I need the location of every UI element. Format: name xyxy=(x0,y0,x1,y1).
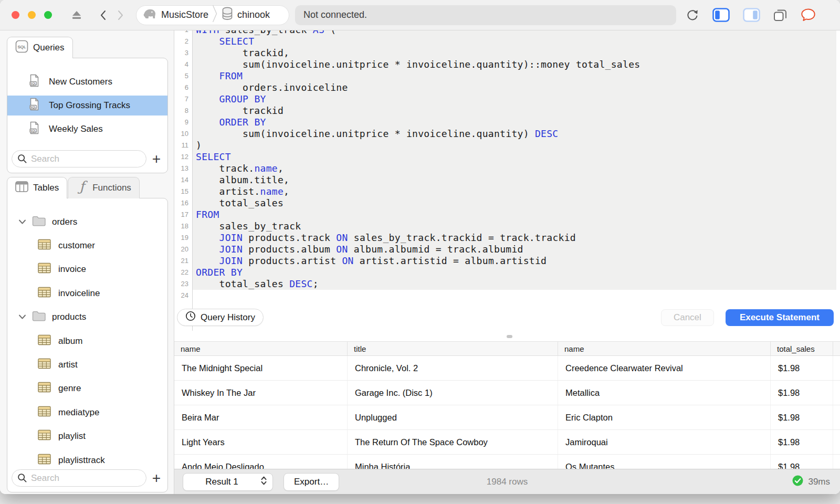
table-icon xyxy=(38,382,51,395)
scrollbar-gutter xyxy=(833,455,840,469)
chevron-down-icon[interactable] xyxy=(18,312,26,322)
query-item-top-grossing-tracks[interactable]: SQLTop Grossing Tracks xyxy=(7,96,167,116)
close-window-button[interactable] xyxy=(12,11,19,19)
code-line: sum(invoiceline.unitprice * invoiceline.… xyxy=(193,128,836,140)
line-number: 6 xyxy=(174,82,192,93)
query-item-label: Weekly Sales xyxy=(49,124,103,134)
line-number: 17 xyxy=(174,209,192,220)
export-button[interactable]: Export… xyxy=(284,473,339,491)
toggle-left-sidebar-icon[interactable] xyxy=(712,8,730,22)
tables-search-input[interactable] xyxy=(12,469,146,487)
tree-item-mediatype[interactable]: mediatype xyxy=(7,401,167,424)
tree-item-orders[interactable]: orders xyxy=(7,210,167,234)
result-selector[interactable]: Result 1 xyxy=(183,473,273,491)
add-table-button[interactable]: + xyxy=(149,469,164,487)
function-icon: ƒ xyxy=(76,180,88,197)
execute-statement-button[interactable]: Execute Statement xyxy=(726,309,834,326)
tree-item-invoiceline[interactable]: invoiceline xyxy=(7,281,167,305)
result-cell[interactable]: Ando Meio Desligado xyxy=(174,455,348,469)
zoom-window-button[interactable] xyxy=(44,11,52,19)
queries-search-input[interactable] xyxy=(12,150,146,167)
tree-item-label: invoice xyxy=(58,264,86,275)
column-header-title[interactable]: title xyxy=(348,342,558,355)
tree-item-album[interactable]: album xyxy=(7,329,167,353)
cancel-button[interactable]: Cancel xyxy=(661,309,714,326)
breadcrumb-database[interactable]: chinook xyxy=(221,6,270,24)
result-cell[interactable]: $1.98 xyxy=(771,356,833,380)
search-icon xyxy=(17,473,27,485)
tree-item-label: customer xyxy=(58,240,95,251)
breadcrumb-server[interactable]: MusicStore xyxy=(143,7,208,23)
tree-item-customer[interactable]: customer xyxy=(7,234,167,257)
folder-icon xyxy=(32,310,46,324)
result-cell[interactable]: Light Years xyxy=(174,430,348,454)
query-item-weekly-sales[interactable]: SQLWeekly Sales xyxy=(7,119,167,139)
tree-item-genre[interactable]: genre xyxy=(7,377,167,401)
tab-queries[interactable]: SQL Queries xyxy=(7,37,73,58)
result-cell[interactable]: The Midnight Special xyxy=(174,356,348,380)
toggle-right-sidebar-icon[interactable] xyxy=(743,8,760,22)
table-row: The Midnight SpecialChronicle, Vol. 2Cre… xyxy=(174,356,840,381)
add-query-button[interactable]: + xyxy=(149,150,164,167)
query-history-label: Query History xyxy=(201,312,255,323)
sql-file-icon: SQL xyxy=(29,98,40,113)
divider-drag-handle[interactable] xyxy=(507,335,512,338)
column-header-total-sales[interactable]: total_sales xyxy=(771,342,833,355)
disconnect-eject-icon[interactable] xyxy=(71,9,82,20)
chevron-down-icon[interactable] xyxy=(18,217,26,227)
result-cell[interactable]: Unplugged xyxy=(348,405,558,429)
result-cell[interactable]: Minha História xyxy=(348,455,558,469)
result-cell[interactable]: $1.98 xyxy=(771,455,833,469)
line-number: 2 xyxy=(174,36,192,47)
result-cell[interactable]: Beira Mar xyxy=(174,405,348,429)
forward-button[interactable] xyxy=(117,9,124,21)
tab-functions[interactable]: ƒ Functions xyxy=(68,177,140,198)
result-cell[interactable]: Creedence Clearwater Revival xyxy=(558,356,771,380)
titlebar-actions xyxy=(685,8,816,22)
result-cell[interactable]: $1.98 xyxy=(771,381,833,405)
feedback-chat-icon[interactable] xyxy=(801,8,816,22)
content-area: 123456789101112131415161718192021222324 … xyxy=(174,30,840,494)
result-cell[interactable]: Garage Inc. (Disc 1) xyxy=(348,381,558,405)
result-cell[interactable]: Eric Clapton xyxy=(558,405,771,429)
result-cell[interactable]: Metallica xyxy=(558,381,771,405)
tree-item-playlist[interactable]: playlist xyxy=(7,425,167,448)
result-cell[interactable]: Chronicle, Vol. 2 xyxy=(348,356,558,380)
column-header-name[interactable]: name xyxy=(174,342,348,355)
execution-status: 39ms xyxy=(792,475,830,489)
tree-item-invoice[interactable]: invoice xyxy=(7,258,167,281)
tree-item-label: album xyxy=(58,336,82,346)
query-item-new-customers[interactable]: SQLNew Customers xyxy=(7,72,167,92)
result-cell[interactable]: The Return Of The Space Cowboy xyxy=(348,430,558,454)
query-history-button[interactable]: Query History xyxy=(177,309,264,326)
line-number-gutter: 123456789101112131415161718192021222324 xyxy=(174,30,193,331)
refresh-icon[interactable] xyxy=(685,8,699,22)
minimize-window-button[interactable] xyxy=(28,11,36,19)
result-cell[interactable]: Os Mutantes xyxy=(558,455,771,469)
result-cell[interactable]: $1.98 xyxy=(771,430,833,454)
line-number: 22 xyxy=(174,267,192,278)
sql-file-icon: SQL xyxy=(29,74,40,90)
column-header-name[interactable]: name xyxy=(558,342,771,355)
postgres-elephant-icon xyxy=(143,7,158,23)
line-number: 24 xyxy=(174,290,192,301)
app-window: MusicStore chinook Not connected. xyxy=(0,0,840,494)
tree-item-label: playlisttrack xyxy=(58,455,105,466)
tree-item-products[interactable]: products xyxy=(7,306,167,329)
result-cell[interactable]: Jamiroquai xyxy=(558,430,771,454)
tab-tables[interactable]: Tables xyxy=(7,177,67,198)
line-number: 21 xyxy=(174,255,192,267)
result-cell[interactable]: Whiskey In The Jar xyxy=(174,381,348,405)
code-line: ORDER BY xyxy=(193,117,836,128)
folder-icon xyxy=(32,215,46,229)
tree-item-artist[interactable]: artist xyxy=(7,353,167,376)
tree-item-playlisttrack[interactable]: playlisttrack xyxy=(7,448,167,472)
result-cell[interactable]: $1.98 xyxy=(771,405,833,429)
code-line: FROM xyxy=(193,209,836,220)
sql-editor[interactable]: 123456789101112131415161718192021222324 … xyxy=(174,30,840,331)
line-number: 18 xyxy=(174,220,192,232)
back-button[interactable] xyxy=(99,9,107,21)
clock-icon xyxy=(185,311,196,324)
line-number: 7 xyxy=(174,93,192,105)
windows-icon[interactable] xyxy=(773,8,788,22)
